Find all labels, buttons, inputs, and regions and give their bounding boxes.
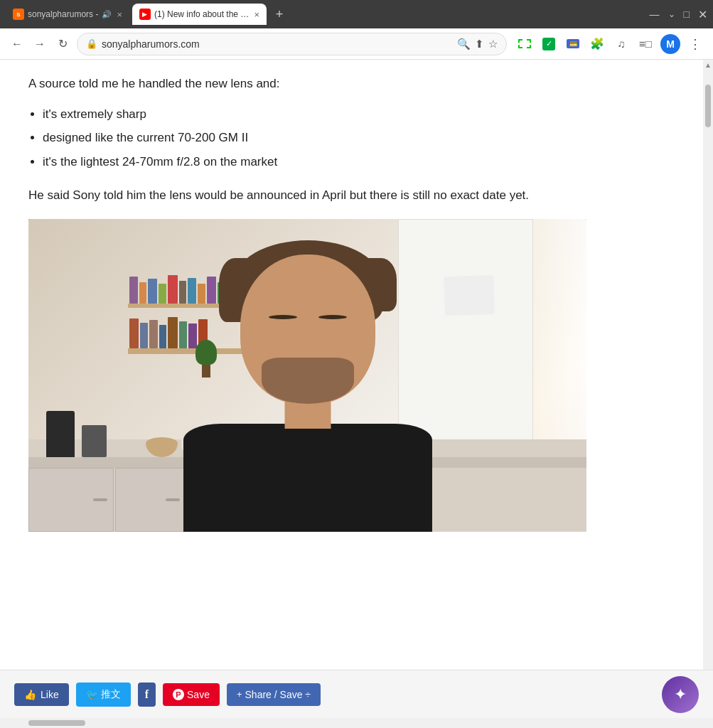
youtube-tab-label: (1) New info about the … <box>154 9 249 19</box>
forward-arrow-icon: → <box>34 38 45 50</box>
intro-paragraph: A source told me he handled the new lens… <box>28 74 675 93</box>
youtube-tab-close[interactable]: × <box>254 9 259 20</box>
url-bar[interactable]: 🔒 sonyalpharumors.com 🔍 ⬆ ☆ <box>77 33 507 55</box>
sony-tab-label: sonyalpharumors - <box>28 9 98 19</box>
maximize-icon[interactable]: □ <box>684 9 690 20</box>
twitter-bird-icon: 🐦 <box>86 689 98 700</box>
article-content: A source told me he handled the new lens… <box>0 60 703 670</box>
lock-icon: 🔒 <box>86 38 97 49</box>
person-figure <box>159 247 457 532</box>
minimize-icon[interactable]: — <box>650 9 660 20</box>
vertical-scrollbar[interactable]: ▲ <box>703 60 713 670</box>
person-beard <box>262 358 354 404</box>
chrome-menu-button[interactable]: ⋮ <box>686 35 704 53</box>
like-button[interactable]: 👍 Like <box>14 683 69 706</box>
new-tab-button[interactable]: + <box>269 4 289 24</box>
social-bar: 👍 Like 🐦 推文 f P Save + Share / Save ÷ ✦ <box>0 670 713 718</box>
share-save-button[interactable]: + Share / Save ÷ <box>227 683 321 706</box>
thumbs-up-icon: 👍 <box>24 689 36 700</box>
pinterest-save-button[interactable]: P Save <box>163 683 220 706</box>
back-arrow-icon: ← <box>11 38 23 50</box>
cabinet-left <box>28 468 114 532</box>
facebook-icon: f <box>145 688 149 700</box>
share-label: Share / Save ÷ <box>245 689 311 700</box>
body-paragraph: He said Sony told him the lens would be … <box>28 186 675 205</box>
share-page-icon[interactable]: ⬆ <box>475 38 484 50</box>
music-extension-icon[interactable]: ♫ <box>612 35 631 53</box>
browser-window: S sonyalpharumors - 🔊 × ▶ (1) New info a… <box>0 0 713 728</box>
refresh-button[interactable]: ↻ <box>54 36 71 53</box>
refresh-icon: ↻ <box>58 37 68 50</box>
restore-icon[interactable]: ⌄ <box>668 9 675 19</box>
toolbar-icons: ✓ 💳 🧩 ♫ ≡□ M ⋮ <box>515 34 704 54</box>
scroll-thumb[interactable] <box>705 85 711 127</box>
bookmark-icon[interactable]: ☆ <box>488 38 498 50</box>
extensions-icon[interactable]: 🧩 <box>588 35 606 53</box>
page-content: A source told me he handled the new lens… <box>0 60 713 670</box>
bullet-item-2: designed like the current 70-200 GM II <box>43 128 675 147</box>
save-label: Save <box>187 689 210 700</box>
title-bar: S sonyalpharumors - 🔊 × ▶ (1) New info a… <box>0 0 713 28</box>
video-thumbnail[interactable] <box>28 219 586 532</box>
bullet-item-1: it's extremely sharp <box>43 105 675 124</box>
reader-mode-icon[interactable]: ≡□ <box>636 35 655 53</box>
xinmang-logo: ✦ <box>662 676 699 713</box>
card-extension-icon[interactable]: 💳 <box>564 35 582 53</box>
share-icon: + <box>237 689 242 700</box>
close-icon[interactable]: ✕ <box>698 8 707 21</box>
plus-icon: + <box>276 7 284 22</box>
account-avatar[interactable]: M <box>660 34 680 54</box>
youtube-tab-icon: ▶ <box>139 9 151 20</box>
tweet-label: 推文 <box>101 688 121 701</box>
address-bar: ← → ↻ 🔒 sonyalpharumors.com 🔍 ⬆ ☆ ✓ <box>0 28 713 60</box>
menu-dots-icon: ⋮ <box>689 36 702 52</box>
video-frame <box>28 219 586 532</box>
search-icon[interactable]: 🔍 <box>457 38 471 50</box>
scroll-up-arrow[interactable]: ▲ <box>704 61 712 69</box>
bullet-item-3: it's the lightest 24-70mm f/2.8 on the m… <box>43 152 675 171</box>
tweet-button[interactable]: 🐦 推文 <box>76 682 131 707</box>
feature-list: it's extremely sharp designed like the c… <box>43 105 675 171</box>
capture-icon[interactable] <box>515 35 534 53</box>
facebook-button[interactable]: f <box>138 682 156 707</box>
sony-tab-close[interactable]: × <box>117 9 122 20</box>
like-label: Like <box>41 689 59 700</box>
pinterest-circle-icon: P <box>173 689 184 700</box>
horizontal-scrollbar[interactable] <box>0 718 713 728</box>
avatar-label: M <box>666 38 675 50</box>
small-appliance <box>82 425 107 457</box>
url-text: sonyalpharumors.com <box>102 38 453 50</box>
tab-sony[interactable]: S sonyalpharumors - 🔊 × <box>6 4 129 25</box>
back-button[interactable]: ← <box>9 36 26 53</box>
window-controls: — ⌄ □ ✕ <box>650 8 707 21</box>
person-body <box>183 424 432 532</box>
check-extension-icon[interactable]: ✓ <box>540 35 558 53</box>
coffee-maker <box>46 411 75 457</box>
person-eyes <box>258 315 358 329</box>
forward-button[interactable]: → <box>31 36 48 53</box>
tab-youtube[interactable]: ▶ (1) New info about the … × <box>132 4 267 25</box>
sony-tab-audio-icon: 🔊 <box>102 10 112 19</box>
sony-tab-icon: S <box>13 9 24 20</box>
